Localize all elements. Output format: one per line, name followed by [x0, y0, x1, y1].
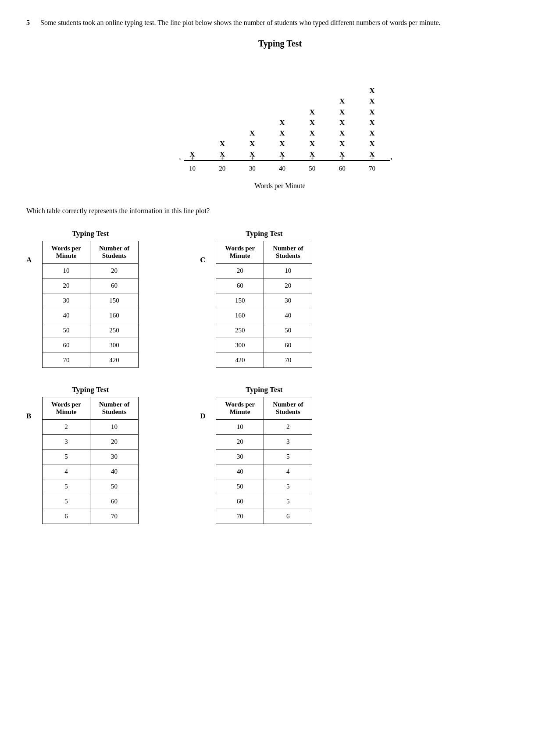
- x-mark: X: [369, 128, 375, 138]
- students-cell: 20: [264, 278, 312, 293]
- tick-label-30: 30: [243, 165, 261, 172]
- table-row: 706: [216, 509, 312, 524]
- table-row: 102: [216, 420, 312, 435]
- students-cell: 10: [90, 420, 138, 435]
- x-column-50: X X X X X: [303, 86, 321, 159]
- tick-label-10: 10: [184, 165, 201, 172]
- option-a-col1-header: Words perMinute: [43, 241, 90, 264]
- students-cell: 20: [90, 435, 138, 449]
- students-cell: 60: [90, 494, 138, 509]
- table-row: 30060: [216, 338, 312, 353]
- table-row: 30150: [43, 293, 139, 308]
- table-row: 560: [43, 494, 139, 509]
- students-cell: 20: [90, 264, 138, 278]
- option-b-letter: B: [26, 412, 35, 421]
- chart-section: Typing Test X X X X X X X X X: [26, 39, 534, 190]
- wpm-cell: 5: [43, 449, 90, 464]
- tick-30: [243, 155, 261, 162]
- wpm-cell: 250: [216, 323, 264, 338]
- x-mark: X: [250, 128, 255, 138]
- x-mark: X: [339, 118, 345, 128]
- table-row: 670: [43, 509, 139, 524]
- option-b-col1-header: Words perMinute: [43, 397, 90, 420]
- students-cell: 40: [90, 464, 138, 479]
- students-cell: 5: [264, 494, 312, 509]
- x-mark: X: [279, 128, 285, 138]
- students-cell: 3: [264, 435, 312, 449]
- tick-label-70: 70: [363, 165, 381, 172]
- x-mark: X: [369, 86, 375, 96]
- option-a-letter: A: [26, 256, 35, 264]
- students-cell: 250: [90, 323, 138, 338]
- option-c-col2-header: Number ofStudents: [264, 241, 312, 264]
- tick-marks: [184, 155, 390, 162]
- tick-40: [273, 155, 291, 162]
- wpm-cell: 5: [43, 479, 90, 494]
- students-cell: 30: [90, 449, 138, 464]
- x-column-40: X X X X: [273, 86, 291, 159]
- axis-label: Words per Minute: [254, 182, 305, 190]
- tick-labels: 10 20 30 40 50 60 70: [184, 165, 390, 172]
- table-row: 60300: [43, 338, 139, 353]
- wpm-cell: 60: [216, 278, 264, 293]
- option-c-title: Typing Test: [246, 229, 282, 238]
- x-column-60: X X X X X X: [333, 86, 351, 159]
- tick-label-60: 60: [333, 165, 351, 172]
- table-row: 2010: [216, 264, 312, 278]
- question-prompt: Which table correctly represents the inf…: [26, 206, 534, 216]
- option-a: A Typing Test Words perMinute Number ofS…: [26, 229, 139, 368]
- wpm-cell: 30: [43, 293, 90, 308]
- option-a-table-wrapper: Typing Test Words perMinute Number ofStu…: [42, 229, 139, 368]
- table-row: 70420: [43, 353, 139, 368]
- table-row: 440: [43, 464, 139, 479]
- tables-section: A Typing Test Words perMinute Number ofS…: [26, 229, 534, 524]
- table-row: 530: [43, 449, 139, 464]
- x-mark: X: [310, 107, 315, 117]
- table-row: 320: [43, 435, 139, 449]
- tick-20: [214, 155, 231, 162]
- wpm-cell: 10: [43, 264, 90, 278]
- wpm-cell: 6: [43, 509, 90, 524]
- option-b-title: Typing Test: [72, 385, 109, 394]
- option-c-table: Words perMinute Number ofStudents 2010 6…: [216, 241, 312, 368]
- table-row: 210: [43, 420, 139, 435]
- wpm-cell: 60: [216, 494, 264, 509]
- option-d-table-wrapper: Typing Test Words perMinute Number ofStu…: [216, 385, 312, 524]
- x-mark: X: [339, 128, 345, 138]
- wpm-cell: 50: [216, 479, 264, 494]
- option-b-col2-header: Number ofStudents: [90, 397, 138, 420]
- table-row: 550: [43, 479, 139, 494]
- students-cell: 150: [90, 293, 138, 308]
- students-cell: 30: [264, 293, 312, 308]
- dot-plot: X X X X X X X X X X X X: [171, 56, 390, 178]
- table-row: 1020: [43, 264, 139, 278]
- option-a-col2-header: Number ofStudents: [90, 241, 138, 264]
- x-mark: X: [369, 139, 375, 149]
- option-c-table-wrapper: Typing Test Words perMinute Number ofStu…: [216, 229, 312, 368]
- table-row: 404: [216, 464, 312, 479]
- option-d: D Typing Test Words perMinute Number ofS…: [200, 385, 312, 524]
- students-cell: 70: [90, 509, 138, 524]
- table-row: 40160: [43, 308, 139, 323]
- tick-70: [363, 155, 381, 162]
- x-mark: X: [339, 139, 345, 149]
- option-b-table-wrapper: Typing Test Words perMinute Number ofStu…: [42, 385, 139, 524]
- option-c-letter: C: [200, 256, 209, 264]
- students-cell: 4: [264, 464, 312, 479]
- wpm-cell: 10: [216, 420, 264, 435]
- students-cell: 60: [90, 278, 138, 293]
- wpm-cell: 70: [216, 509, 264, 524]
- option-d-col1-header: Words perMinute: [216, 397, 264, 420]
- students-cell: 70: [264, 353, 312, 368]
- students-cell: 6: [264, 509, 312, 524]
- option-d-col2-header: Number ofStudents: [264, 397, 312, 420]
- x-mark: X: [250, 139, 255, 149]
- wpm-cell: 50: [43, 323, 90, 338]
- option-c-col1-header: Words perMinute: [216, 241, 264, 264]
- x-mark: X: [220, 139, 225, 149]
- x-mark: X: [369, 96, 375, 106]
- x-mark: X: [310, 139, 315, 149]
- students-cell: 40: [264, 308, 312, 323]
- x-mark: X: [369, 107, 375, 117]
- x-mark: X: [279, 118, 285, 128]
